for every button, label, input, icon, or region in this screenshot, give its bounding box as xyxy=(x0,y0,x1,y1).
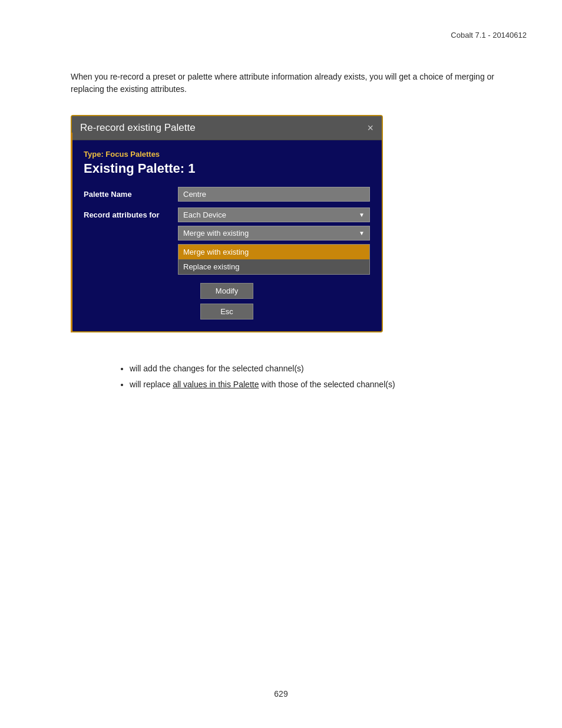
bullet-1-text: will add the changes for the selected ch… xyxy=(130,364,304,373)
bullet-2-text-before: will replace xyxy=(130,380,173,389)
merge-dropdown-menu: Merge with existing Replace existing xyxy=(178,244,370,275)
palette-heading: Existing Palette: 1 xyxy=(84,161,370,176)
palette-name-input[interactable]: Centre xyxy=(178,187,370,202)
dialog-title: Re-record existing Palette xyxy=(80,122,196,134)
select-arrow-icon: ▼ xyxy=(359,212,365,218)
palette-name-row: Palette Name Centre xyxy=(84,187,370,202)
page-version: Cobalt 7.1 - 20140612 xyxy=(451,31,527,39)
list-item: will add the changes for the selected ch… xyxy=(130,363,515,375)
bullet-2-underline: all values in this Palette xyxy=(173,380,259,389)
each-device-select[interactable]: Each Device ▼ xyxy=(178,207,370,222)
each-device-value: Each Device xyxy=(183,210,226,219)
palette-name-label: Palette Name xyxy=(84,187,178,199)
dialog-box: Re-record existing Palette × Type: Focus… xyxy=(71,115,383,332)
esc-button[interactable]: Esc xyxy=(200,304,253,319)
replace-existing-option[interactable]: Replace existing xyxy=(178,259,369,274)
merge-with-existing-option[interactable]: Merge with existing xyxy=(178,245,369,259)
left-accent-bar xyxy=(71,133,72,332)
dialog-body: Type: Focus Palettes Existing Palette: 1… xyxy=(72,140,382,331)
palette-type-value: Focus Palettes xyxy=(105,150,160,159)
dialog-titlebar: Re-record existing Palette × xyxy=(72,116,382,140)
dialog-close-button[interactable]: × xyxy=(367,123,373,133)
palette-type-label: Type: xyxy=(84,150,104,159)
bullet-2-text-after: with those of the selected channel(s) xyxy=(259,380,395,389)
dialog-container: Re-record existing Palette × Type: Focus… xyxy=(71,115,383,332)
record-attr-controls: Each Device ▼ Merge with existing ▼ Merg… xyxy=(178,207,370,275)
merge-arrow-icon: ▼ xyxy=(359,230,365,236)
page-number: 629 xyxy=(274,689,287,699)
palette-type-line: Type: Focus Palettes xyxy=(84,150,370,159)
record-attr-label: Record attributes for xyxy=(84,207,178,219)
merge-dropdown-value: Merge with existing xyxy=(183,229,249,238)
palette-name-control: Centre xyxy=(178,187,370,202)
merge-dropdown-header[interactable]: Merge with existing ▼ xyxy=(178,226,370,241)
button-row: Modify Esc xyxy=(84,283,370,319)
record-attr-row: Record attributes for Each Device ▼ Merg… xyxy=(84,207,370,275)
intro-paragraph: When you re-record a preset or palette w… xyxy=(71,71,515,95)
modify-button[interactable]: Modify xyxy=(200,283,253,299)
bullet-list: will add the changes for the selected ch… xyxy=(118,363,515,394)
list-item: will replace all values in this Palette … xyxy=(130,378,515,391)
